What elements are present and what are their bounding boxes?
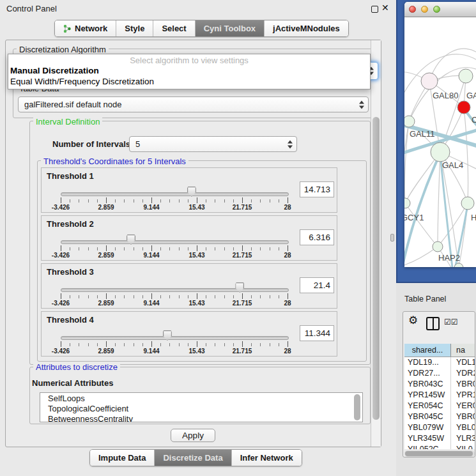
tick-mark [179, 343, 180, 346]
tick-mark [251, 199, 252, 203]
dropdown-option-manual-discretization[interactable]: Manual Discretization [10, 65, 99, 76]
close-traffic-light-icon[interactable] [409, 6, 416, 13]
tick-mark [79, 199, 79, 203]
tick-mark [260, 247, 261, 250]
table-row[interactable]: YBL079WYBL0 [404, 422, 475, 433]
thresholds-group-label: Threshold's Coordinates for 5 Intervals [41, 157, 188, 166]
tab-cyni-toolbox[interactable]: Cyni Toolbox [196, 20, 265, 36]
tick-mark [169, 199, 170, 203]
apply-button[interactable]: Apply [171, 429, 215, 442]
network-node-gal4[interactable] [431, 142, 450, 162]
tick-mark [160, 295, 161, 298]
network-node-c[interactable] [457, 101, 470, 114]
table-panel: ⚙ ☑☑ shared...na YDL19...YDL1YDR27...YDR… [403, 311, 475, 457]
tab-style[interactable]: Style [116, 20, 153, 36]
list-item-betweennesscentrality[interactable]: BetweennessCentrality [48, 414, 362, 422]
list-scrollbar[interactable] [354, 394, 360, 420]
table-row[interactable]: YIL052CYIL0 [404, 444, 475, 449]
network-canvas[interactable]: GAL80GACGAL11GAL4GCY1HHAP2 [404, 17, 476, 267]
tick-mark [224, 247, 225, 250]
threshold-value-field[interactable]: 11.344 [300, 325, 334, 341]
table-row[interactable]: YER054CYER0 [404, 401, 475, 411]
gear-icon[interactable]: ⚙ [408, 314, 418, 327]
tick-mark [279, 295, 279, 298]
panel-splitter-handle[interactable] [390, 234, 394, 242]
zoom-traffic-light-icon[interactable] [433, 6, 440, 13]
tick-mark [288, 293, 288, 299]
content-scrollbar-thumb[interactable] [372, 117, 380, 420]
tick-mark [215, 343, 215, 346]
column-header-shared[interactable]: shared... [404, 344, 451, 357]
tab-network[interactable]: Network [55, 20, 116, 36]
tick-mark [197, 293, 197, 299]
tick-mark [169, 295, 170, 298]
tab-label: Style [125, 24, 144, 33]
threshold-value-field[interactable]: 6.316 [300, 229, 334, 245]
network-node-hap2[interactable] [433, 242, 443, 252]
float-window-icon[interactable] [371, 6, 378, 13]
tick-mark [142, 343, 143, 346]
tab-select[interactable]: Select [153, 20, 195, 36]
control-panel: Control Panel ✕ NetworkStyleSelectCyni T… [0, 0, 396, 476]
table-data-select[interactable]: galFiltered.sif default node [18, 96, 369, 112]
tick-mark [70, 295, 70, 298]
network-node-h[interactable] [461, 197, 474, 210]
table-row[interactable]: YPR145WYPR1 [404, 390, 475, 401]
tick-mark [79, 247, 79, 250]
screenshot-root: Control Panel ✕ NetworkStyleSelectCyni T… [0, 0, 476, 476]
tick-mark [179, 295, 180, 298]
slider-track[interactable] [61, 192, 289, 196]
tick-mark [124, 343, 125, 346]
node-label-c: C [472, 115, 476, 125]
number-of-intervals-select[interactable]: 5 [129, 136, 297, 152]
threshold-3-panel: Threshold 3 -3.4262.8599.14415.4321.7152… [41, 263, 337, 309]
column-header-na[interactable]: na [451, 344, 475, 357]
table-row[interactable]: YLR345WYLR3 [404, 433, 475, 444]
close-icon[interactable]: ✕ [381, 3, 389, 13]
node-label-gcy1: GCY1 [404, 213, 424, 222]
tick-mark [224, 295, 225, 298]
bottom-tab-impute-data[interactable]: Impute Data [90, 450, 155, 466]
table-row[interactable]: YDL19...YDL1 [404, 357, 475, 368]
split-pane-icon[interactable] [426, 317, 440, 330]
table-row[interactable]: YBR045CYBR0 [404, 411, 475, 422]
threshold-value-field[interactable]: 21.4 [300, 277, 334, 293]
minimize-traffic-light-icon[interactable] [421, 6, 428, 13]
tick-mark [242, 197, 243, 203]
slider-track[interactable] [61, 336, 289, 340]
tick-mark [97, 199, 98, 203]
list-item-topologicalcoefficient[interactable]: TopologicalCoefficient [48, 404, 362, 413]
bottom-tab-bar: Impute DataDiscretize DataInfer Network [89, 449, 302, 466]
network-node-gal80[interactable] [421, 73, 438, 89]
slider-track[interactable] [61, 240, 289, 244]
table-row[interactable]: YBR043CYBR0 [404, 379, 475, 390]
network-node-ga[interactable] [459, 69, 473, 83]
control-panel-title: Control Panel [6, 4, 57, 13]
tick-mark [151, 293, 152, 299]
tab-jactivemnodules[interactable]: jActiveMNodules [265, 20, 348, 36]
table-row[interactable]: YDR27...YDR2 [404, 368, 475, 379]
tick-mark [188, 295, 188, 298]
network-window-titlebar[interactable] [404, 2, 476, 17]
table-hscrollbar-thumb[interactable] [405, 451, 473, 456]
network-node-gal11[interactable] [404, 116, 415, 127]
checkbox-icons[interactable]: ☑☑ [444, 318, 458, 326]
threshold-4-panel: Threshold 4 -3.4262.8599.14415.4321.7152… [41, 311, 337, 357]
tick-label: 9.144 [135, 252, 167, 259]
tick-mark [188, 199, 188, 203]
network-node-gcy1[interactable] [404, 198, 410, 208]
threshold-value-field[interactable]: 14.713 [300, 181, 334, 197]
tick-label: 15.43 [181, 300, 213, 307]
tick-label: 21.715 [226, 252, 258, 259]
tick-mark [288, 341, 288, 347]
dropdown-option-equal-width-frequency[interactable]: Equal Width/Frequency Discretization [10, 76, 154, 87]
bottom-tab-infer-network[interactable]: Infer Network [232, 450, 302, 466]
tick-label: 21.715 [226, 348, 258, 355]
slider-track[interactable] [61, 288, 289, 292]
tick-mark [79, 343, 79, 346]
tick-mark [160, 199, 161, 203]
list-item-selfloops[interactable]: SelfLoops [48, 394, 362, 403]
bottom-tab-discretize-data[interactable]: Discretize Data [155, 450, 231, 466]
threshold-2-panel: Threshold 2 -3.4262.8599.14415.4321.7152… [41, 215, 337, 261]
tab-label: jActiveMNodules [273, 24, 340, 33]
